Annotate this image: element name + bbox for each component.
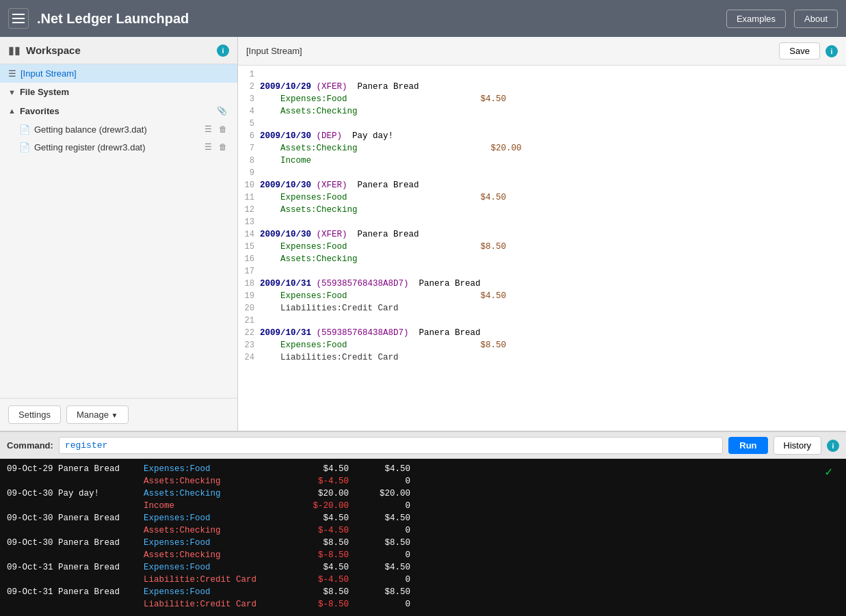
- out-balance: $4.50: [356, 512, 417, 524]
- out-amount: $4.50: [294, 512, 356, 524]
- favorite-item-register[interactable]: 📄 Getting register (drewr3.dat) ☰ 🗑: [0, 138, 237, 156]
- editor-panel: [Input Stream] Save i 1 22009/10/29 (XFE…: [238, 37, 846, 431]
- filesystem-label: File System: [20, 87, 229, 97]
- input-stream-label: [Input Stream]: [21, 68, 77, 79]
- out-date: [7, 549, 144, 561]
- command-bar: Command: Run History i: [0, 431, 846, 459]
- out-account: Expenses:Food: [144, 561, 294, 574]
- filesystem-arrow-icon: ▼: [8, 88, 16, 96]
- code-line: 9: [238, 167, 846, 179]
- output-row: 09-Oct-31 Panera Bread Expenses:Food $4.…: [7, 561, 839, 574]
- output-subrow: Assets:Checking $-4.50 0: [7, 475, 839, 487]
- output-row: 09-Oct-30 Panera Bread Expenses:Food $8.…: [7, 537, 839, 549]
- code-line: 102009/10/30 (XFER) Panera Bread: [238, 179, 846, 191]
- out-account: Expenses:Food: [144, 537, 294, 549]
- fav-balance-actions: ☰ 🗑: [202, 124, 229, 135]
- out-account-neg: Assets:Checking: [144, 549, 294, 561]
- out-date: [7, 475, 144, 487]
- command-info-icon[interactable]: i: [827, 440, 839, 452]
- app-header: .Net Ledger Launchpad Examples About: [0, 0, 846, 37]
- out-amount-neg: $-8.50: [294, 549, 356, 561]
- bottom-panel: Command: Run History i ✓ 09-Oct-29 Paner…: [0, 431, 846, 616]
- sidebar-item-input-stream[interactable]: ☰ [Input Stream]: [0, 64, 237, 83]
- out-balance-neg: 0: [356, 574, 417, 586]
- out-balance: $8.50: [356, 537, 417, 549]
- fav-register-actions: ☰ 🗑: [202, 142, 229, 152]
- editor-content[interactable]: 1 22009/10/29 (XFER) Panera Bread3 Expen…: [238, 66, 846, 431]
- out-account: Expenses:Food: [144, 586, 294, 598]
- editor-info-icon[interactable]: i: [825, 45, 838, 57]
- out-amount: $4.50: [294, 463, 356, 475]
- out-date: [7, 524, 144, 537]
- history-button[interactable]: History: [774, 436, 821, 455]
- out-date: 09-Oct-30 Panera Bread: [7, 512, 144, 524]
- fav-balance-label: Getting balance (drewr3.dat): [34, 124, 198, 135]
- run-button[interactable]: Run: [728, 437, 767, 454]
- main-layout: ▮▮ Workspace i ☰ [Input Stream] ▼ File S…: [0, 37, 846, 431]
- code-line: 17: [238, 265, 846, 278]
- out-date: 09-Oct-30 Panera Bread: [7, 537, 144, 549]
- code-line: 3 Expenses:Food $4.50: [238, 93, 846, 105]
- command-input[interactable]: [59, 437, 723, 454]
- out-date: [7, 598, 144, 611]
- out-date: 09-Oct-31 Panera Bread: [7, 561, 144, 574]
- out-balance: $4.50: [356, 561, 417, 574]
- output-row: 09-Oct-31 Panera Bread Expenses:Food $8.…: [7, 586, 839, 598]
- menu-button[interactable]: [8, 8, 29, 29]
- fav-balance-copy-icon[interactable]: ☰: [202, 124, 214, 135]
- out-account: Assets:Checking: [144, 487, 294, 500]
- sidebar-footer: Settings Manage ▼: [0, 398, 237, 431]
- output-row: 09-Oct-30 Pay day! Assets:Checking $20.0…: [7, 487, 839, 500]
- favorite-item-balance[interactable]: 📄 Getting balance (drewr3.dat) ☰ 🗑: [0, 120, 237, 138]
- output-area: ✓ 09-Oct-29 Panera Bread Expenses:Food $…: [0, 459, 846, 616]
- out-balance-neg: 0: [356, 598, 417, 611]
- out-balance-neg: 0: [356, 524, 417, 537]
- favorites-attach-icon[interactable]: 📎: [215, 105, 229, 116]
- out-amount-neg: $-4.50: [294, 524, 356, 537]
- about-button[interactable]: About: [794, 10, 838, 28]
- fav-register-delete-icon[interactable]: 🗑: [217, 142, 229, 152]
- workspace-info-icon[interactable]: i: [217, 44, 229, 57]
- out-amount: $8.50: [294, 586, 356, 598]
- editor-header: [Input Stream] Save i: [238, 37, 846, 66]
- out-amount-neg: $-4.50: [294, 574, 356, 586]
- out-balance-neg: 0: [356, 549, 417, 561]
- fav-register-label: Getting register (drewr3.dat): [34, 142, 198, 152]
- code-line: 21: [238, 314, 846, 327]
- fav-register-icon: 📄: [19, 142, 30, 152]
- out-date: [7, 574, 144, 586]
- out-balance: $20.00: [356, 487, 417, 500]
- code-line: 15 Expenses:Food $8.50: [238, 241, 846, 253]
- out-account-neg: Assets:Checking: [144, 475, 294, 487]
- manage-dropdown-icon: ▼: [111, 412, 118, 419]
- code-line: 11 Expenses:Food $4.50: [238, 191, 846, 204]
- sidebar-section-filesystem[interactable]: ▼ File System: [0, 83, 237, 101]
- sidebar-section-favorites[interactable]: ▲ Favorites 📎: [0, 101, 237, 120]
- out-date: 09-Oct-30 Pay day!: [7, 487, 144, 500]
- output-subrow: Liabilitie:Credit Card $-4.50 0: [7, 574, 839, 586]
- manage-button[interactable]: Manage ▼: [66, 405, 129, 424]
- code-line: 19 Expenses:Food $4.50: [238, 290, 846, 302]
- code-line: 62009/10/30 (DEP) Pay day!: [238, 130, 846, 142]
- out-amount-neg: $-8.50: [294, 598, 356, 611]
- out-balance-neg: 0: [356, 500, 417, 512]
- sidebar: ▮▮ Workspace i ☰ [Input Stream] ▼ File S…: [0, 37, 238, 431]
- code-line: 24 Liabilities:Credit Card: [238, 351, 846, 364]
- out-amount: $8.50: [294, 537, 356, 549]
- output-row: 09-Oct-29 Panera Bread Expenses:Food $4.…: [7, 463, 839, 475]
- code-line: 13: [238, 216, 846, 228]
- code-line: 23 Expenses:Food $8.50: [238, 339, 846, 351]
- out-amount: $4.50: [294, 561, 356, 574]
- output-subrow: Income $-20.00 0: [7, 500, 839, 512]
- sidebar-scroll: ☰ [Input Stream] ▼ File System ▲ Favorit…: [0, 64, 237, 398]
- code-line: 142009/10/30 (XFER) Panera Bread: [238, 228, 846, 241]
- examples-button[interactable]: Examples: [726, 10, 786, 28]
- code-line: 222009/10/31 (559385768438A8D7) Panera B…: [238, 327, 846, 339]
- out-account-neg: Income: [144, 500, 294, 512]
- save-button[interactable]: Save: [779, 42, 820, 59]
- settings-button[interactable]: Settings: [8, 405, 61, 424]
- code-line: 7 Assets:Checking $20.00: [238, 142, 846, 155]
- fav-register-copy-icon[interactable]: ☰: [202, 142, 214, 152]
- fav-balance-delete-icon[interactable]: 🗑: [217, 124, 229, 135]
- success-checkmark: ✓: [825, 464, 832, 479]
